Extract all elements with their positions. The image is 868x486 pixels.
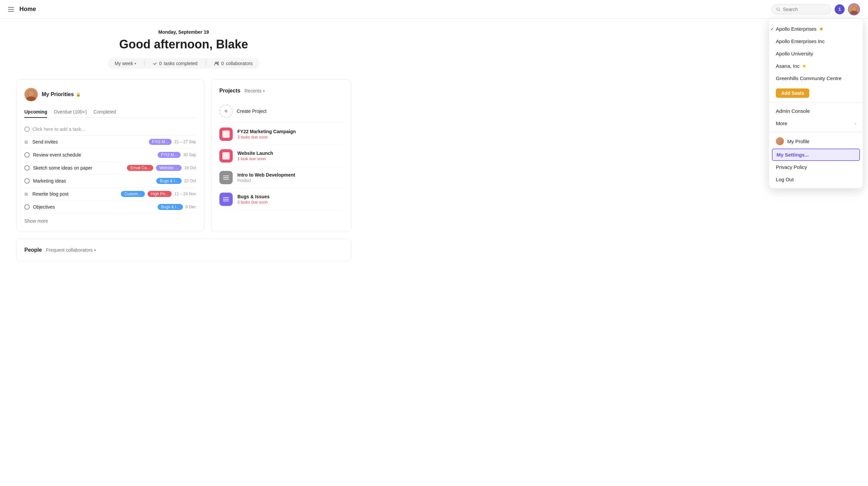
- calendar-icon: [222, 131, 230, 138]
- people-card: People Frequent collaborators ▾: [16, 239, 351, 261]
- task-left: Marketing ideas: [24, 178, 156, 184]
- task-date: 21 – 27 Sep: [174, 139, 196, 144]
- circle-check-icon: [24, 204, 30, 209]
- dropdown-menu: Apollo Enterprises Apollo Enterprises In…: [769, 19, 863, 188]
- add-task-icon: [24, 127, 30, 132]
- org-item-apollo-enterprises[interactable]: Apollo Enterprises: [769, 23, 863, 35]
- table-row: ⊠ Rewrite blog post Custom... High Pri..…: [24, 188, 196, 201]
- list-item[interactable]: Bugs & Issues 3 tasks due soon: [219, 189, 343, 210]
- search-box[interactable]: [771, 4, 831, 14]
- org-name: Apollo Enterprises: [776, 26, 816, 32]
- tab-upcoming[interactable]: Upcoming: [24, 106, 47, 118]
- project-info: Website Launch 1 task due soon: [237, 151, 273, 161]
- week-selector[interactable]: My week ▾: [115, 61, 136, 66]
- task-tag[interactable]: FYI2 M...: [158, 152, 181, 158]
- chevron-down-icon: ▾: [263, 89, 265, 93]
- task-left: Sketch some ideas on paper: [24, 165, 127, 170]
- table-row: ⊠ Send invites FYI2 M... 21 – 27 Sep: [24, 135, 196, 149]
- nav-right: 1: [771, 3, 860, 15]
- priorities-title-area: My Priorities 🔒: [42, 92, 81, 97]
- freq-selector[interactable]: Frequent collaborators ▾: [46, 247, 95, 253]
- admin-console-item[interactable]: Admin Console: [769, 105, 863, 117]
- show-more-button[interactable]: Show more: [24, 214, 48, 224]
- project-subtitle: Product: [237, 178, 295, 183]
- main-content: Monday, September 19 Good afternoon, Bla…: [0, 19, 367, 272]
- org-name: Asana, Inc: [776, 63, 800, 69]
- task-tag[interactable]: Email Ca...: [127, 165, 153, 171]
- notification-badge[interactable]: 1: [835, 4, 845, 14]
- two-col-layout: My Priorities 🔒 Upcoming Overdue (100+) …: [16, 79, 351, 232]
- log-out-item[interactable]: Log Out: [769, 173, 863, 186]
- task-name: Objectives: [33, 204, 55, 209]
- task-tag-2[interactable]: High Pri...: [148, 191, 172, 197]
- search-input[interactable]: [783, 7, 826, 12]
- task-name: Rewrite blog post: [32, 191, 68, 197]
- log-out-label: Log Out: [776, 176, 794, 182]
- priorities-card: My Priorities 🔒 Upcoming Overdue (100+) …: [16, 79, 204, 232]
- list-icon: [222, 196, 230, 203]
- app-title: Home: [19, 6, 36, 13]
- collaborators-icon: [214, 61, 219, 66]
- priorities-tabs: Upcoming Overdue (100+) Completed: [24, 106, 196, 118]
- avatar-face: [849, 4, 859, 15]
- org-item-greenhills[interactable]: Greenhills Community Centre: [769, 72, 863, 85]
- org-item-apollo-enterprises-inc[interactable]: Apollo Enterprises Inc: [769, 35, 863, 47]
- org-name: Apollo Enterprises Inc: [776, 38, 825, 44]
- create-project-button[interactable]: + Create Project: [219, 100, 343, 122]
- table-row: Marketing ideas Bugs & I... 22 Oct: [24, 174, 196, 188]
- projects-title: Projects: [219, 88, 240, 94]
- projects-card: Projects Recents ▾ + Create Project: [211, 79, 351, 232]
- tab-completed[interactable]: Completed: [93, 106, 116, 118]
- circle-check-icon: [24, 178, 30, 184]
- tasks-completed-count: 0: [159, 61, 162, 66]
- circle-check-icon: [24, 165, 30, 170]
- project-info: Intro to Web Development Product: [237, 172, 295, 183]
- task-date: 18 Oct: [184, 166, 196, 170]
- org-name: Greenhills Community Centre: [776, 75, 842, 81]
- hamburger-menu[interactable]: [8, 7, 14, 12]
- recents-selector[interactable]: Recents ▾: [244, 88, 265, 94]
- task-right: Custom... High Pri... 11 – 24 Nov: [121, 191, 196, 197]
- my-profile-label: My Profile: [787, 138, 810, 144]
- hourglass-icon: ⊠: [24, 139, 29, 144]
- list-item[interactable]: Intro to Web Development Product: [219, 167, 343, 189]
- privacy-policy-item[interactable]: Privacy Policy: [769, 161, 863, 173]
- add-seats-button[interactable]: Add Seats: [776, 89, 809, 98]
- task-name: Send invites: [32, 139, 58, 144]
- tab-overdue[interactable]: Overdue (100+): [54, 106, 87, 118]
- my-profile-item[interactable]: My Profile: [769, 134, 863, 149]
- collaborators-stat: 0 collaborators: [214, 61, 253, 66]
- freq-label: Frequent collaborators: [46, 247, 92, 253]
- task-tag[interactable]: FYI2 M...: [149, 139, 172, 145]
- task-tag[interactable]: Bugs & I...: [158, 204, 183, 210]
- create-project-label: Create Project: [237, 108, 267, 114]
- task-tag-2[interactable]: Website ...: [156, 165, 181, 171]
- task-right: Bugs & I... 22 Oct: [156, 178, 196, 184]
- task-tag[interactable]: Bugs & I...: [156, 178, 181, 184]
- list-icon: [222, 174, 230, 181]
- org-item-asana-inc[interactable]: Asana, Inc: [769, 60, 863, 72]
- org-item-apollo-university[interactable]: Apollo University: [769, 47, 863, 60]
- hero-section: Monday, September 19 Good afternoon, Bla…: [16, 29, 351, 69]
- task-right: FYI2 M... 21 – 27 Sep: [149, 139, 196, 145]
- week-label: My week: [115, 61, 133, 66]
- stat-divider-2: [206, 61, 206, 66]
- task-left: ⊠ Rewrite blog post: [24, 191, 121, 197]
- tasks-completed-label: tasks completed: [163, 61, 197, 66]
- list-item[interactable]: FY22 Marketing Campaign 3 tasks due soon: [219, 124, 343, 145]
- my-settings-item[interactable]: My Settings...: [772, 149, 860, 161]
- priorities-avatar: [24, 88, 38, 101]
- list-item[interactable]: Website Launch 1 task due soon: [219, 145, 343, 167]
- table-row: Review event schedule FYI2 M... 30 Sep: [24, 149, 196, 162]
- task-tag[interactable]: Custom...: [121, 191, 145, 197]
- more-item[interactable]: More ›: [769, 117, 863, 130]
- add-task-label: Click here to add a task...: [32, 127, 85, 132]
- task-right: FYI2 M... 30 Sep: [158, 152, 196, 158]
- hourglass-icon: ⊠: [24, 192, 29, 196]
- task-date: 22 Oct: [184, 179, 196, 183]
- project-info: Bugs & Issues 3 tasks due soon: [237, 194, 270, 205]
- project-name: Intro to Web Development: [237, 172, 295, 177]
- avatar-button[interactable]: [848, 3, 860, 15]
- priorities-header: My Priorities 🔒: [24, 88, 196, 101]
- add-task-row[interactable]: Click here to add a task...: [24, 123, 196, 135]
